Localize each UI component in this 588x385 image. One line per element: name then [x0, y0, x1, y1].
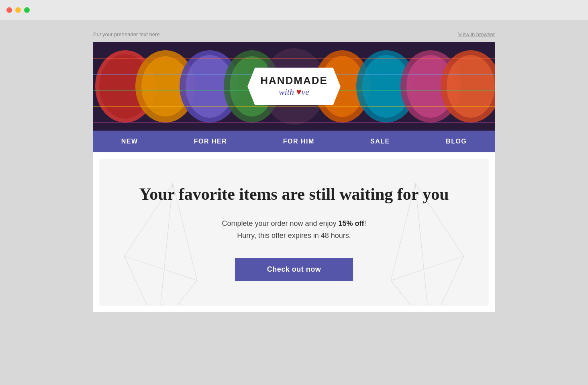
maximize-button[interactable] — [24, 7, 30, 13]
logo-subtitle-pre: with — [279, 87, 296, 97]
preheader-bar: Put your preheader text here View in bro… — [93, 28, 495, 42]
svg-line-33 — [391, 281, 430, 305]
nav-item-sale[interactable]: SALE — [370, 138, 390, 145]
nav-item-for-him[interactable]: FOR HIM — [283, 138, 314, 145]
content-area: Put your preheader text here View in bro… — [0, 20, 588, 385]
main-content-section: Your favorite items are still waiting fo… — [100, 159, 488, 305]
close-button[interactable] — [6, 7, 12, 13]
email-container: HANDMADE with ♥ve NEW FOR HER FOR HIM SA… — [93, 42, 495, 312]
traffic-lights — [6, 7, 30, 13]
logo-subtitle: with ♥ve — [260, 86, 328, 98]
window-chrome — [0, 0, 588, 20]
main-heading: Your favorite items are still waiting fo… — [132, 183, 456, 205]
subtext-exclaim: ! — [364, 219, 366, 227]
main-subtext: Complete your order now and enjoy 15% of… — [132, 217, 456, 242]
subtext-bold: 15% off — [339, 219, 364, 227]
svg-line-25 — [124, 256, 158, 305]
nav-item-blog[interactable]: BLOG — [446, 138, 467, 145]
subtext-pre: Complete your order now and enjoy — [222, 219, 338, 227]
checkout-now-button[interactable]: Check out now — [235, 258, 353, 281]
hero-banner: HANDMADE with ♥ve — [93, 42, 495, 131]
svg-line-27 — [158, 281, 197, 305]
nav-bar: NEW FOR HER FOR HIM SALE BLOG — [93, 131, 495, 152]
logo-heart-icon: ♥ — [296, 87, 301, 97]
view-in-browser-link[interactable]: View in browser — [458, 31, 495, 37]
logo-badge: HANDMADE with ♥ve — [247, 68, 341, 105]
subtext-line2: Hurry, this offer expires in 48 hours. — [237, 231, 351, 240]
nav-item-for-her[interactable]: FOR HER — [194, 138, 227, 145]
svg-line-24 — [124, 256, 197, 281]
logo-title: HANDMADE — [260, 75, 328, 86]
svg-point-17 — [447, 55, 495, 118]
preheader-text: Put your preheader text here — [93, 31, 160, 37]
svg-line-31 — [430, 256, 464, 305]
minimize-button[interactable] — [15, 7, 21, 13]
svg-line-30 — [391, 256, 464, 281]
nav-item-new[interactable]: NEW — [121, 138, 138, 145]
logo-subtitle-post: ve — [301, 87, 309, 97]
